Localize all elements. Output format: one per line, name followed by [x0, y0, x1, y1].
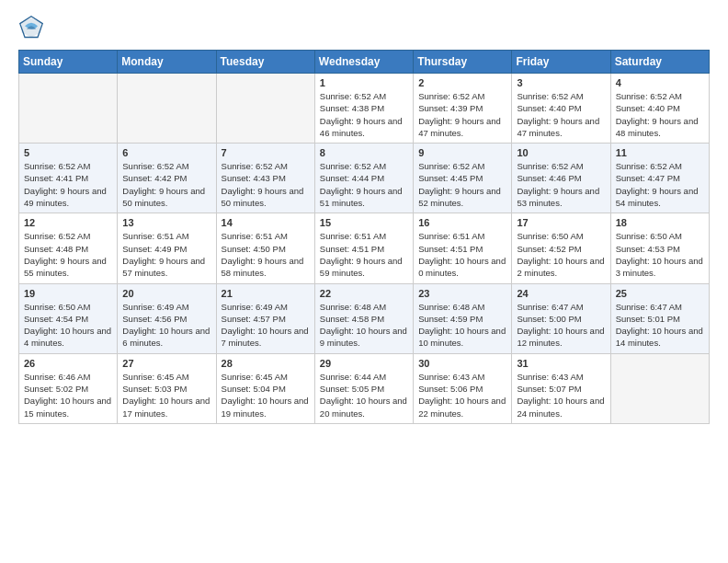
- calendar-cell: 18Sunrise: 6:50 AM Sunset: 4:53 PM Dayli…: [610, 213, 709, 283]
- day-info: Sunrise: 6:46 AM Sunset: 5:02 PM Dayligh…: [24, 371, 112, 419]
- calendar-cell: 19Sunrise: 6:50 AM Sunset: 4:54 PM Dayli…: [19, 283, 118, 353]
- day-number: 23: [418, 288, 506, 299]
- day-number: 26: [24, 358, 112, 369]
- week-row-2: 5Sunrise: 6:52 AM Sunset: 4:41 PM Daylig…: [19, 144, 710, 213]
- week-row-5: 26Sunrise: 6:46 AM Sunset: 5:02 PM Dayli…: [19, 353, 710, 423]
- day-number: 17: [517, 217, 605, 228]
- weekday-header-friday: Friday: [512, 51, 610, 74]
- weekday-header-monday: Monday: [118, 51, 216, 74]
- day-number: 28: [222, 358, 310, 369]
- day-number: 6: [122, 147, 210, 158]
- day-number: 1: [320, 77, 408, 88]
- day-info: Sunrise: 6:47 AM Sunset: 5:01 PM Dayligh…: [616, 301, 704, 350]
- day-number: 4: [616, 77, 704, 88]
- day-number: 31: [517, 358, 605, 369]
- calendar-cell: 26Sunrise: 6:46 AM Sunset: 5:02 PM Dayli…: [19, 353, 118, 423]
- day-number: 22: [320, 288, 408, 299]
- day-number: 20: [122, 288, 210, 299]
- day-info: Sunrise: 6:52 AM Sunset: 4:40 PM Dayligh…: [616, 90, 704, 139]
- day-number: 15: [320, 217, 408, 228]
- week-row-1: 1Sunrise: 6:52 AM Sunset: 4:38 PM Daylig…: [19, 74, 710, 144]
- weekday-header-row: SundayMondayTuesdayWednesdayThursdayFrid…: [19, 51, 710, 74]
- calendar-cell: 15Sunrise: 6:51 AM Sunset: 4:51 PM Dayli…: [314, 213, 413, 283]
- calendar-cell: 25Sunrise: 6:47 AM Sunset: 5:01 PM Dayli…: [610, 283, 709, 353]
- day-info: Sunrise: 6:45 AM Sunset: 5:04 PM Dayligh…: [222, 371, 310, 419]
- weekday-header-thursday: Thursday: [414, 51, 512, 74]
- day-number: 2: [418, 77, 506, 88]
- calendar-cell: 3Sunrise: 6:52 AM Sunset: 4:40 PM Daylig…: [512, 74, 610, 144]
- day-number: 16: [418, 217, 506, 228]
- calendar-cell: 5Sunrise: 6:52 AM Sunset: 4:41 PM Daylig…: [19, 144, 118, 213]
- calendar-cell: 22Sunrise: 6:48 AM Sunset: 4:58 PM Dayli…: [314, 283, 413, 353]
- day-number: 3: [517, 77, 605, 88]
- logo: [18, 15, 48, 40]
- day-info: Sunrise: 6:44 AM Sunset: 5:05 PM Dayligh…: [320, 371, 408, 419]
- day-info: Sunrise: 6:52 AM Sunset: 4:44 PM Dayligh…: [320, 160, 408, 209]
- day-info: Sunrise: 6:48 AM Sunset: 4:59 PM Dayligh…: [418, 301, 506, 350]
- weekday-header-saturday: Saturday: [610, 51, 709, 74]
- day-info: Sunrise: 6:52 AM Sunset: 4:43 PM Dayligh…: [222, 160, 310, 209]
- calendar-cell: 21Sunrise: 6:49 AM Sunset: 4:57 PM Dayli…: [216, 283, 314, 353]
- calendar-cell: 8Sunrise: 6:52 AM Sunset: 4:44 PM Daylig…: [314, 144, 413, 213]
- day-info: Sunrise: 6:43 AM Sunset: 5:06 PM Dayligh…: [418, 371, 506, 419]
- logo-icon: [18, 15, 44, 40]
- day-info: Sunrise: 6:52 AM Sunset: 4:39 PM Dayligh…: [418, 90, 506, 139]
- page: SundayMondayTuesdayWednesdayThursdayFrid…: [0, 0, 728, 563]
- day-info: Sunrise: 6:51 AM Sunset: 4:50 PM Dayligh…: [222, 230, 310, 279]
- day-number: 5: [24, 147, 112, 158]
- weekday-header-wednesday: Wednesday: [314, 51, 413, 74]
- day-number: 21: [222, 288, 310, 299]
- day-number: 27: [122, 358, 210, 369]
- day-number: 14: [222, 217, 310, 228]
- calendar-cell: 7Sunrise: 6:52 AM Sunset: 4:43 PM Daylig…: [216, 144, 314, 213]
- calendar-cell: 28Sunrise: 6:45 AM Sunset: 5:04 PM Dayli…: [216, 353, 314, 423]
- day-number: 18: [616, 217, 704, 228]
- day-number: 30: [418, 358, 506, 369]
- day-info: Sunrise: 6:50 AM Sunset: 4:54 PM Dayligh…: [24, 301, 112, 350]
- weekday-header-tuesday: Tuesday: [216, 51, 314, 74]
- day-info: Sunrise: 6:47 AM Sunset: 5:00 PM Dayligh…: [517, 301, 605, 350]
- calendar-cell: 30Sunrise: 6:43 AM Sunset: 5:06 PM Dayli…: [414, 353, 512, 423]
- calendar-cell: 4Sunrise: 6:52 AM Sunset: 4:40 PM Daylig…: [610, 74, 709, 144]
- calendar-cell: 6Sunrise: 6:52 AM Sunset: 4:42 PM Daylig…: [118, 144, 216, 213]
- day-number: 9: [418, 147, 506, 158]
- day-info: Sunrise: 6:52 AM Sunset: 4:47 PM Dayligh…: [616, 160, 704, 209]
- calendar-cell: 24Sunrise: 6:47 AM Sunset: 5:00 PM Dayli…: [512, 283, 610, 353]
- calendar-cell: [118, 74, 216, 144]
- day-info: Sunrise: 6:52 AM Sunset: 4:38 PM Dayligh…: [320, 90, 408, 139]
- day-number: 24: [517, 288, 605, 299]
- day-info: Sunrise: 6:43 AM Sunset: 5:07 PM Dayligh…: [517, 371, 605, 419]
- day-number: 7: [222, 147, 310, 158]
- calendar-cell: 27Sunrise: 6:45 AM Sunset: 5:03 PM Dayli…: [118, 353, 216, 423]
- calendar: SundayMondayTuesdayWednesdayThursdayFrid…: [18, 50, 710, 424]
- header: [18, 15, 710, 40]
- calendar-cell: 16Sunrise: 6:51 AM Sunset: 4:51 PM Dayli…: [414, 213, 512, 283]
- day-number: 13: [122, 217, 210, 228]
- day-number: 12: [24, 217, 112, 228]
- day-number: 25: [616, 288, 704, 299]
- day-info: Sunrise: 6:49 AM Sunset: 4:56 PM Dayligh…: [122, 301, 210, 350]
- calendar-cell: 9Sunrise: 6:52 AM Sunset: 4:45 PM Daylig…: [414, 144, 512, 213]
- day-info: Sunrise: 6:48 AM Sunset: 4:58 PM Dayligh…: [320, 301, 408, 350]
- weekday-header-sunday: Sunday: [19, 51, 118, 74]
- calendar-cell: 11Sunrise: 6:52 AM Sunset: 4:47 PM Dayli…: [610, 144, 709, 213]
- day-info: Sunrise: 6:52 AM Sunset: 4:42 PM Dayligh…: [122, 160, 210, 209]
- day-info: Sunrise: 6:50 AM Sunset: 4:52 PM Dayligh…: [517, 230, 605, 279]
- day-info: Sunrise: 6:52 AM Sunset: 4:46 PM Dayligh…: [517, 160, 605, 209]
- calendar-cell: 20Sunrise: 6:49 AM Sunset: 4:56 PM Dayli…: [118, 283, 216, 353]
- calendar-cell: [610, 353, 709, 423]
- day-info: Sunrise: 6:49 AM Sunset: 4:57 PM Dayligh…: [222, 301, 310, 350]
- calendar-cell: 1Sunrise: 6:52 AM Sunset: 4:38 PM Daylig…: [314, 74, 413, 144]
- day-info: Sunrise: 6:52 AM Sunset: 4:48 PM Dayligh…: [24, 230, 112, 279]
- calendar-cell: 12Sunrise: 6:52 AM Sunset: 4:48 PM Dayli…: [19, 213, 118, 283]
- calendar-cell: 2Sunrise: 6:52 AM Sunset: 4:39 PM Daylig…: [414, 74, 512, 144]
- calendar-cell: 13Sunrise: 6:51 AM Sunset: 4:49 PM Dayli…: [118, 213, 216, 283]
- calendar-cell: 10Sunrise: 6:52 AM Sunset: 4:46 PM Dayli…: [512, 144, 610, 213]
- day-number: 29: [320, 358, 408, 369]
- calendar-cell: 17Sunrise: 6:50 AM Sunset: 4:52 PM Dayli…: [512, 213, 610, 283]
- day-info: Sunrise: 6:45 AM Sunset: 5:03 PM Dayligh…: [122, 371, 210, 419]
- day-info: Sunrise: 6:51 AM Sunset: 4:49 PM Dayligh…: [122, 230, 210, 279]
- day-info: Sunrise: 6:52 AM Sunset: 4:41 PM Dayligh…: [24, 160, 112, 209]
- calendar-cell: 29Sunrise: 6:44 AM Sunset: 5:05 PM Dayli…: [314, 353, 413, 423]
- week-row-4: 19Sunrise: 6:50 AM Sunset: 4:54 PM Dayli…: [19, 283, 710, 353]
